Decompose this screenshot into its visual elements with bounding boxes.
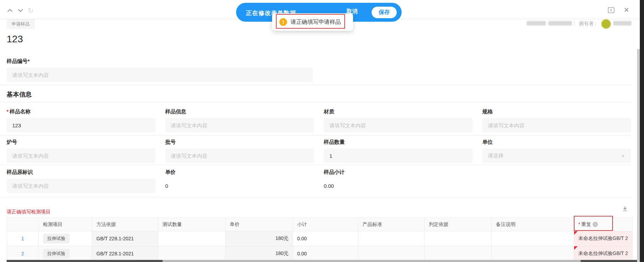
separator: | [574, 20, 575, 26]
col-item: 检测项目 [39, 218, 92, 231]
subtotal-cell: 0.00 [293, 231, 358, 246]
row-index-link[interactable]: 1 [21, 236, 24, 241]
remark-cell[interactable] [492, 231, 574, 246]
sample-subtotal-value: 0.00 [324, 178, 473, 193]
product-std-cell[interactable] [358, 246, 425, 261]
furnace-no-input[interactable] [7, 148, 155, 163]
field-label: 样品小计 [324, 169, 473, 175]
sample-code-input[interactable] [7, 68, 313, 82]
sample-qty-input[interactable] [324, 148, 473, 163]
test-items-table: 检测项目 方法依据 测试数量 单价 小计 产品标准 判定依据 备注说明 *重复i… [7, 218, 632, 261]
price-cell: 180元 [226, 246, 293, 261]
field-sample-subtotal: 样品小计 0.00 [324, 169, 473, 193]
unit-select[interactable]: 请选择 ∨ [482, 148, 631, 163]
repeat-cell[interactable]: 未命名拉伸试验GB/T 2 [574, 246, 632, 261]
vertical-scrollbar-thumb[interactable] [637, 49, 640, 262]
redacted-text [527, 21, 546, 26]
original-mark-input[interactable] [7, 178, 155, 193]
item-cell[interactable]: 拉伸试验 [39, 231, 92, 246]
item-cell[interactable]: 拉伸试验 [39, 246, 92, 261]
qty-cell[interactable] [158, 246, 226, 261]
next-record-button[interactable] [16, 7, 24, 14]
download-icon[interactable] [622, 206, 628, 213]
record-type-tag: 申请样品 [7, 19, 35, 29]
divider [0, 197, 631, 197]
table-row: 1 拉伸试验 GB/T 228.1-2021 180元 0.00 未命名拉伸试验… [7, 231, 632, 246]
field-spec: 规格 [482, 108, 631, 133]
batch-no-input[interactable] [165, 148, 314, 163]
field-sample-code: 样品编号* [7, 58, 313, 82]
required-mark: * [7, 109, 8, 114]
divider [0, 102, 631, 102]
page-backdrop-edge [640, 0, 644, 262]
field-sample-info: 样品信息 [165, 108, 314, 133]
divider [0, 85, 631, 85]
judge-basis-cell[interactable] [425, 231, 492, 246]
save-button[interactable]: 保存 [372, 7, 397, 18]
field-batch-no: 批号 [165, 139, 314, 163]
col-subtotal: 小计 [293, 218, 358, 231]
sample-info-input[interactable] [165, 118, 314, 133]
field-label: 样品原标识 [7, 169, 155, 175]
col-index [7, 218, 39, 231]
col-judge-basis: 判定依据 [425, 218, 492, 231]
field-original-mark: 样品原标识 [7, 169, 155, 193]
row-index-cell: 1 [7, 231, 39, 246]
repeat-cell[interactable]: 未命名拉伸试验GB/T 2 [574, 231, 632, 246]
material-input[interactable] [324, 118, 473, 133]
divider [0, 165, 631, 165]
field-label: 单位 [482, 139, 631, 145]
items-error-text: 请正确填写检测项目 [7, 209, 51, 215]
field-sample-qty: 样品数量 [324, 139, 473, 163]
product-std-cell[interactable] [358, 231, 425, 246]
redacted-text [548, 21, 572, 26]
row-index-link[interactable]: 2 [21, 251, 24, 256]
horizontal-scrollbar[interactable] [7, 260, 640, 262]
field-material: 材质 [324, 108, 473, 133]
sample-name-input[interactable] [7, 118, 155, 133]
judge-basis-cell[interactable] [425, 246, 492, 261]
validation-tooltip-text: 请正确填写申请样品 [291, 19, 341, 26]
record-drawer: ↻ ✕ 正在修改表单数据 取消 保存 ! 请正确填写申请样品 | 拥有者 : 申… [0, 0, 644, 262]
field-label: 样品编号* [7, 58, 313, 64]
field-label: 材质 [324, 108, 473, 114]
field-unit: 单位 请选择 ∨ [482, 139, 631, 163]
annotation-box-repeat-column [574, 216, 613, 231]
collapse-panel-icon[interactable] [608, 7, 615, 15]
subtotal-cell: 0.00 [293, 246, 358, 261]
qty-cell[interactable] [158, 231, 226, 246]
section-title-basic-info: 基本信息 [7, 90, 32, 99]
divider [0, 135, 631, 135]
owner-label: 拥有者 : [579, 21, 597, 27]
col-remark: 备注说明 [492, 218, 574, 231]
error-corner-marker [574, 246, 578, 250]
remark-cell[interactable] [492, 246, 574, 261]
field-label: 批号 [165, 139, 314, 145]
price-cell: 180元 [226, 231, 293, 246]
prev-record-button[interactable] [6, 7, 14, 14]
field-unit-price: 单价 0 [165, 169, 314, 193]
row-index-cell: 2 [7, 246, 39, 261]
field-sample-name: *样品名称 [7, 108, 155, 133]
validation-tooltip: ! 请正确填写申请样品 [272, 13, 353, 31]
close-icon[interactable]: ✕ [624, 7, 629, 14]
field-label: 炉号 [7, 139, 155, 145]
table-row: 2 拉伸试验 GB/T 228.1-2021 180元 0.00 未命名拉伸试验… [7, 246, 632, 261]
field-label: 单价 [165, 169, 314, 175]
col-method: 方法依据 [92, 218, 158, 231]
horizontal-scrollbar-thumb[interactable] [162, 260, 581, 262]
table-header-row: 检测项目 方法依据 测试数量 单价 小计 产品标准 判定依据 备注说明 *重复i [7, 218, 632, 231]
avatar[interactable] [601, 19, 611, 29]
field-furnace-no: 炉号 [7, 139, 155, 163]
spec-input[interactable] [482, 118, 631, 133]
field-label: 规格 [482, 108, 631, 114]
col-price: 单价 [226, 218, 293, 231]
item-tag: 拉伸试验 [43, 234, 69, 243]
refresh-icon[interactable]: ↻ [27, 7, 35, 14]
col-product-std: 产品标准 [358, 218, 425, 231]
field-label: 样品名称 [9, 108, 30, 114]
redacted-text [613, 21, 631, 26]
chevron-up-icon [7, 8, 13, 13]
unit-price-value: 0 [165, 178, 314, 193]
col-qty: 测试数量 [158, 218, 226, 231]
